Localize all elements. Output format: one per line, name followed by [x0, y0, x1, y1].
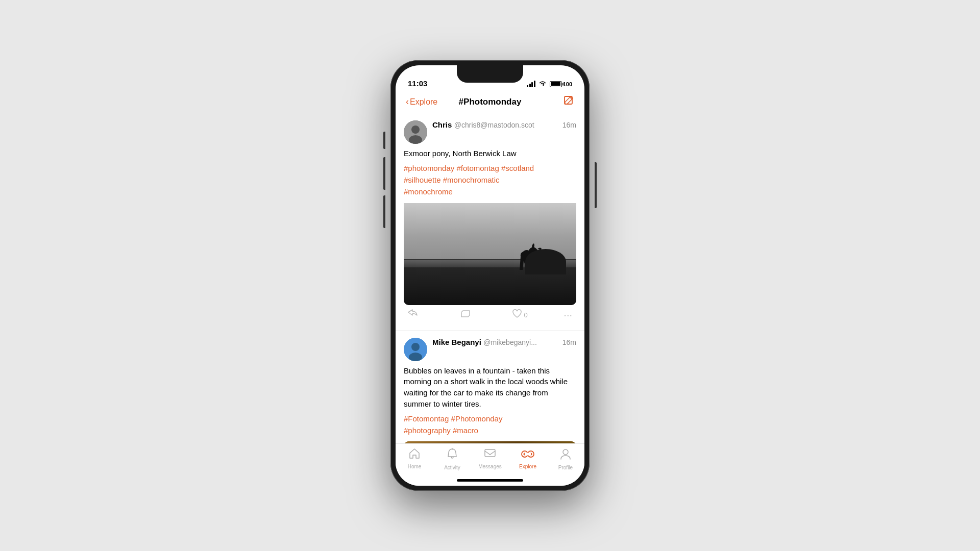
phone-screen: 11:03 [396, 65, 584, 486]
tab-activity[interactable]: Activity [433, 448, 471, 470]
reply-icon [408, 309, 418, 321]
post-author-handle: @chris8@mastodon.scot [454, 121, 534, 129]
post-time: 16m [562, 121, 576, 129]
post-name-row: Mike Beganyi @mikebeganyi... 16m [432, 338, 576, 347]
bell-icon [447, 448, 458, 463]
avatar[interactable] [404, 338, 427, 361]
svg-point-5 [411, 343, 420, 351]
explore-icon [521, 448, 534, 462]
profile-icon [560, 448, 571, 463]
status-time: 11:03 [408, 79, 427, 88]
repost-icon [460, 309, 471, 321]
tab-home-label: Home [408, 464, 422, 469]
home-icon [408, 448, 421, 462]
post-actions: 0 ··· [404, 307, 576, 323]
feed-scroll[interactable]: Chris @chris8@mastodon.scot 16m Exmoor p… [396, 113, 584, 443]
navigation-bar: ‹ Explore #Photomonday [396, 91, 584, 113]
more-button[interactable]: ··· [559, 307, 576, 323]
post-body: Exmoor pony, North Berwick Law [404, 148, 576, 159]
post-author-handle: @mikebeganyi... [483, 338, 536, 346]
tab-home[interactable]: Home [396, 448, 433, 469]
volume-down-button [383, 195, 385, 228]
tab-explore[interactable]: Explore [509, 448, 547, 469]
post-meta: Mike Beganyi @mikebeganyi... 16m [432, 338, 576, 347]
post-meta: Chris @chris8@mastodon.scot 16m [432, 120, 576, 130]
post-item: Chris @chris8@mastodon.scot 16m Exmoor p… [396, 113, 584, 331]
tab-explore-label: Explore [519, 464, 536, 469]
post-header: Chris @chris8@mastodon.scot 16m [404, 120, 576, 144]
svg-rect-9 [485, 449, 495, 457]
compose-button[interactable] [563, 95, 574, 109]
svg-point-15 [563, 449, 568, 455]
battery-icon: 100 [550, 81, 572, 87]
tab-profile-label: Profile [558, 465, 573, 470]
chevron-left-icon: ‹ [406, 96, 409, 107]
like-count: 0 [524, 311, 528, 319]
status-icons: 100 [527, 80, 572, 88]
page-title: #Photomonday [448, 97, 532, 107]
reply-button[interactable] [404, 307, 456, 323]
post-author-name: Mike Beganyi [432, 338, 481, 346]
tab-profile[interactable]: Profile [547, 448, 584, 470]
post-name-row: Chris @chris8@mastodon.scot 16m [432, 120, 576, 130]
notch [457, 65, 523, 83]
post-tags: #photomonday #fotomontag #scotland #silh… [404, 162, 576, 198]
power-button [595, 162, 597, 208]
messages-icon [484, 448, 496, 462]
tab-messages[interactable]: Messages [471, 448, 509, 469]
home-indicator [457, 479, 523, 482]
post-tags: #Fotomontag #Photomonday #photography #m… [404, 413, 576, 437]
avatar[interactable] [404, 120, 427, 144]
post-time: 16m [562, 338, 576, 346]
heart-icon [512, 309, 522, 321]
post-header: Mike Beganyi @mikebeganyi... 16m [404, 338, 576, 361]
svg-rect-14 [525, 453, 531, 456]
back-button[interactable]: ‹ Explore [406, 96, 448, 107]
repost-button[interactable] [456, 307, 508, 323]
post-image[interactable] [404, 203, 576, 305]
mute-button [383, 132, 385, 149]
tab-messages-label: Messages [478, 464, 502, 469]
post-item: Mike Beganyi @mikebeganyi... 16m Bubbles… [396, 331, 584, 444]
nav-action-area [532, 95, 575, 109]
volume-up-button [383, 157, 385, 190]
post-image[interactable] [404, 441, 576, 443]
post-author-name: Chris [432, 120, 452, 129]
like-button[interactable]: 0 [508, 307, 560, 323]
tab-activity-label: Activity [444, 465, 460, 470]
phone-frame: 11:03 [390, 60, 590, 491]
wifi-icon [538, 80, 547, 88]
signal-icon [527, 81, 535, 87]
svg-point-2 [411, 126, 420, 134]
back-label: Explore [410, 97, 437, 107]
post-body: Bubbles on leaves in a fountain - taken … [404, 365, 576, 410]
